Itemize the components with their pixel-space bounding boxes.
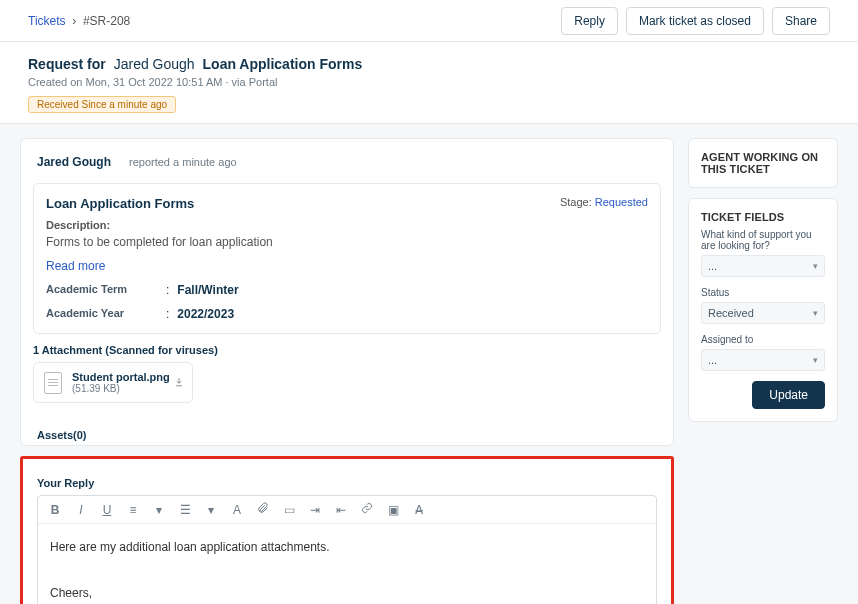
underline-icon[interactable]: U: [100, 503, 114, 517]
assigned-to-label: Assigned to: [701, 334, 825, 345]
status-label: Status: [701, 287, 825, 298]
request-for-label: Request for: [28, 56, 106, 72]
fields-panel-title: TICKET FIELDS: [701, 211, 825, 223]
clear-format-icon[interactable]: A̶: [412, 503, 426, 517]
status-select[interactable]: Received: [701, 302, 825, 324]
attachment-item[interactable]: Student portal.png (51.39 KB): [33, 362, 193, 403]
reply-section: Your Reply B I U ≡ ▾ ☰ ▾ A ▭ ⇥ ⇤: [20, 456, 674, 604]
download-icon[interactable]: [174, 376, 184, 390]
mark-closed-button[interactable]: Mark ticket as closed: [626, 7, 764, 35]
stage-value: Requested: [595, 196, 648, 208]
ordered-list-icon[interactable]: ≡: [126, 503, 140, 517]
support-type-label: What kind of support you are looking for…: [701, 229, 825, 251]
reply-button[interactable]: Reply: [561, 7, 618, 35]
field-key: Academic Year: [46, 307, 166, 321]
author-time: reported a minute ago: [129, 156, 237, 168]
link-icon[interactable]: [360, 502, 374, 517]
assigned-to-select[interactable]: ...: [701, 349, 825, 371]
requester-name: Jared Gough: [110, 56, 199, 72]
author-name: Jared Gough: [37, 155, 111, 169]
breadcrumb: Tickets › #SR-208: [28, 14, 130, 28]
field-value: Fall/Winter: [177, 283, 238, 297]
italic-icon[interactable]: I: [74, 503, 88, 517]
reply-label: Your Reply: [37, 477, 657, 489]
agent-panel-title: AGENT WORKING ON THIS TICKET: [701, 151, 825, 175]
agent-panel: AGENT WORKING ON THIS TICKET: [688, 138, 838, 188]
outdent-icon[interactable]: ⇤: [334, 503, 348, 517]
bold-icon[interactable]: B: [48, 503, 62, 517]
read-more-link[interactable]: Read more: [46, 259, 105, 273]
editor-toolbar: B I U ≡ ▾ ☰ ▾ A ▭ ⇥ ⇤: [38, 496, 656, 524]
ticket-subject: Loan Application Forms: [203, 56, 363, 72]
field-key: Academic Term: [46, 283, 166, 297]
breadcrumb-root[interactable]: Tickets: [28, 14, 66, 28]
attachment-icon[interactable]: [256, 502, 270, 517]
format-dropdown-icon[interactable]: ▾: [204, 503, 218, 517]
created-meta: Created on Mon, 31 Oct 2022 10:51 AM · v…: [28, 76, 830, 88]
attachment-note: 1 Attachment (Scanned for viruses): [33, 344, 661, 356]
stage-label: Stage:: [560, 196, 592, 208]
breadcrumb-current: #SR-208: [83, 14, 130, 28]
file-icon: [44, 372, 62, 394]
text-color-icon[interactable]: A: [230, 503, 244, 517]
description-label: Description:: [46, 219, 648, 231]
unordered-list-icon[interactable]: ☰: [178, 503, 192, 517]
request-detail-card: Loan Application Forms Stage: Requested …: [33, 183, 661, 334]
indent-icon[interactable]: ⇥: [308, 503, 322, 517]
image-icon[interactable]: ▣: [386, 503, 400, 517]
field-value: 2022/2023: [177, 307, 234, 321]
status-tag: Received Since a minute ago: [28, 96, 176, 113]
attachment-size: (51.39 KB): [72, 383, 170, 394]
support-type-select[interactable]: ...: [701, 255, 825, 277]
share-button[interactable]: Share: [772, 7, 830, 35]
description-text: Forms to be completed for loan applicati…: [46, 235, 648, 249]
assets-header[interactable]: Assets(0): [33, 423, 661, 441]
code-icon[interactable]: ▭: [282, 503, 296, 517]
ticket-fields-panel: TICKET FIELDS What kind of support you a…: [688, 198, 838, 422]
update-button[interactable]: Update: [752, 381, 825, 409]
detail-title: Loan Application Forms: [46, 196, 648, 211]
reply-editor[interactable]: Here are my additional loan application …: [38, 524, 656, 604]
font-size-icon[interactable]: ▾: [152, 503, 166, 517]
attachment-name: Student portal.png: [72, 371, 170, 383]
